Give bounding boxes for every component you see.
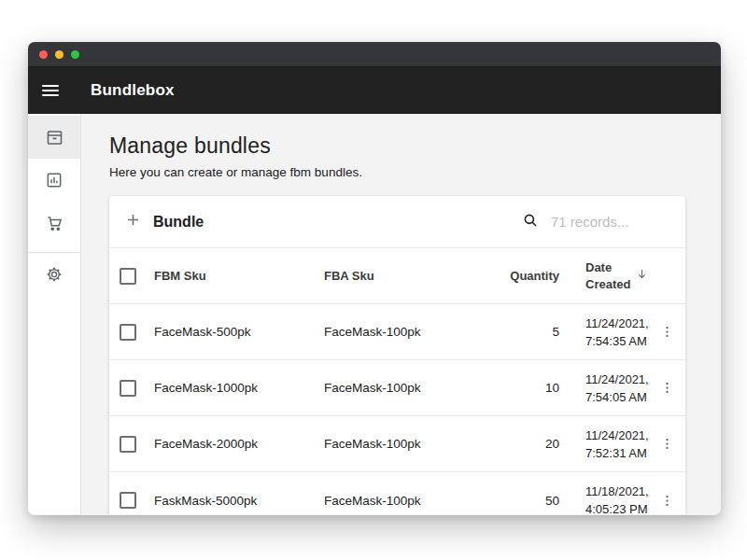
minimize-window-button[interactable] <box>55 50 63 59</box>
row-checkbox[interactable] <box>120 380 136 397</box>
quantity-value: 50 <box>485 494 559 508</box>
search-input[interactable] <box>551 214 670 230</box>
sidebar <box>28 114 81 514</box>
column-header-quantity[interactable]: Quantity <box>485 269 559 283</box>
fba-sku-value: FaceMask-100pk <box>324 494 485 508</box>
reports-chart-icon <box>45 171 63 189</box>
row-actions-kebab-icon[interactable] <box>649 380 685 396</box>
window-titlebar <box>28 42 721 67</box>
bundles-archive-icon <box>45 128 64 147</box>
plus-icon <box>124 211 142 232</box>
fbm-sku-value: FaskMask-5000pk <box>154 494 324 508</box>
table-row: FaceMask-1000pk FaceMask-100pk 10 11/24/… <box>109 360 685 416</box>
date-created-value: 11/18/2021,4:05:23 PM <box>559 483 649 514</box>
row-checkbox[interactable] <box>120 324 136 341</box>
row-checkbox[interactable] <box>120 436 136 453</box>
cart-icon <box>45 214 64 233</box>
table-header-row: FBM Sku FBA Sku Quantity Date Created <box>109 248 685 304</box>
sidebar-item-orders[interactable] <box>28 202 80 245</box>
close-window-button[interactable] <box>39 50 48 59</box>
date-created-value: 11/24/2021,7:52:31 AM <box>559 427 649 462</box>
sort-descending-icon[interactable] <box>635 267 649 286</box>
row-checkbox[interactable] <box>120 492 136 509</box>
table-row: FaskMask-5000pk FaceMask-100pk 50 11/18/… <box>109 472 685 514</box>
fbm-sku-value: FaceMask-500pk <box>154 325 324 339</box>
select-all-checkbox[interactable] <box>120 268 136 285</box>
row-actions-kebab-icon[interactable] <box>649 493 685 509</box>
row-actions-kebab-icon[interactable] <box>649 324 685 340</box>
table-row: FaceMask-2000pk FaceMask-100pk 20 11/24/… <box>109 416 685 472</box>
date-created-value: 11/24/2021,7:54:35 AM <box>559 315 649 350</box>
fba-sku-value: FaceMask-100pk <box>324 437 485 451</box>
app-title: Bundlebox <box>91 81 175 100</box>
add-bundle-button[interactable]: Bundle <box>124 211 204 232</box>
row-actions-kebab-icon[interactable] <box>649 436 685 452</box>
add-bundle-label: Bundle <box>153 214 204 231</box>
bundles-card: Bundle <box>109 196 685 514</box>
sidebar-item-bundles[interactable] <box>28 116 80 159</box>
menu-hamburger-icon[interactable] <box>42 85 59 96</box>
app-header: Bundlebox <box>28 67 721 114</box>
fbm-sku-value: FaceMask-2000pk <box>154 437 324 451</box>
fba-sku-value: FaceMask-100pk <box>324 381 485 395</box>
maximize-window-button[interactable] <box>71 50 79 59</box>
quantity-value: 20 <box>485 437 559 451</box>
search-icon[interactable] <box>522 212 539 232</box>
date-created-value: 11/24/2021,7:54:05 AM <box>559 371 649 406</box>
app-window: Bundlebox <box>28 42 721 515</box>
column-header-fba-sku[interactable]: FBA Sku <box>324 269 485 283</box>
quantity-value: 10 <box>485 381 559 395</box>
card-toolbar: Bundle <box>109 196 685 248</box>
fbm-sku-value: FaceMask-1000pk <box>154 381 324 395</box>
column-header-date-created[interactable]: Date Created <box>559 259 649 293</box>
quantity-value: 5 <box>485 325 559 339</box>
settings-gear-icon <box>45 265 63 284</box>
main-content: Manage bundles Here you can create or ma… <box>81 114 721 514</box>
table-row: FaceMask-500pk FaceMask-100pk 5 11/24/20… <box>109 304 685 360</box>
fba-sku-value: FaceMask-100pk <box>324 325 485 339</box>
page-title: Manage bundles <box>109 133 721 159</box>
column-header-fbm-sku[interactable]: FBM Sku <box>154 269 324 283</box>
sidebar-item-reports[interactable] <box>28 159 80 202</box>
search-area <box>522 212 670 232</box>
page-subtitle: Here you can create or manage fbm bundle… <box>109 165 721 179</box>
sidebar-item-settings[interactable] <box>28 253 80 296</box>
